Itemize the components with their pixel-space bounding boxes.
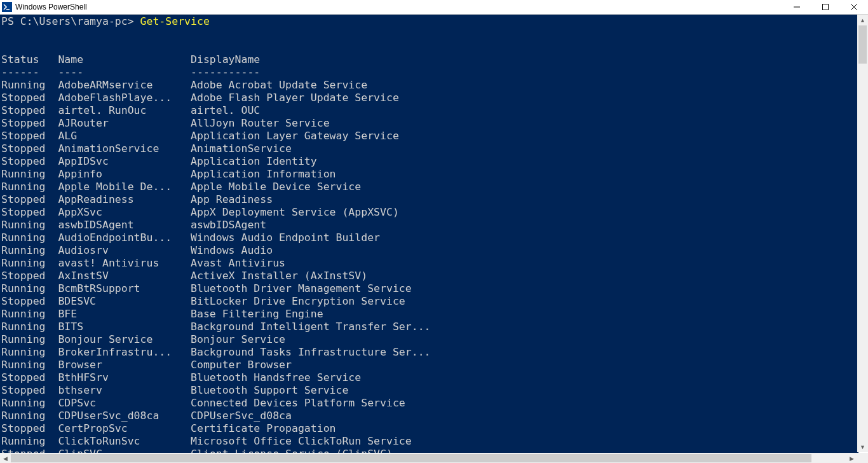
- service-row: Running Appinfo Application Information: [1, 168, 858, 181]
- horizontal-scrollbar[interactable]: ◀ ▶: [0, 453, 857, 463]
- service-row: Stopped AxInstSV ActiveX Installer (AxIn…: [1, 270, 858, 282]
- service-row: Running ClickToRunSvc Microsoft Office C…: [1, 435, 858, 448]
- service-row: Stopped AJRouter AllJoyn Router Service: [1, 117, 858, 130]
- vertical-scrollbar[interactable]: ▲ ▼: [857, 15, 868, 452]
- service-row: Running aswbIDSAgent aswbIDSAgent: [1, 219, 858, 232]
- service-row: Running BcmBtRSupport Bluetooth Driver M…: [1, 282, 858, 295]
- service-row: Stopped airtel. RunOuc airtel. OUC: [1, 104, 858, 117]
- service-row: Running Browser Computer Browser: [1, 359, 858, 371]
- maximize-button[interactable]: [811, 0, 839, 14]
- column-underline: ------ ---- -----------: [1, 66, 260, 78]
- svg-rect-3: [822, 4, 828, 10]
- command-text: Get-Service: [140, 15, 210, 27]
- scroll-down-button[interactable]: ▼: [857, 441, 868, 452]
- minimize-button[interactable]: [782, 0, 811, 14]
- service-row: Running BFE Base Filtering Engine: [1, 308, 858, 321]
- service-row: Stopped AnimationService AnimationServic…: [1, 142, 858, 155]
- service-row: Stopped bthserv Bluetooth Support Servic…: [1, 384, 858, 397]
- scrollbar-corner: [857, 453, 868, 463]
- service-row: Stopped BthHFSrv Bluetooth Handsfree Ser…: [1, 371, 858, 384]
- service-row: Stopped ClipSVC Client License Service (…: [1, 448, 858, 453]
- service-row: Running Audiosrv Windows Audio: [1, 244, 858, 257]
- service-row: Running BrokerInfrastru... Background Ta…: [1, 346, 858, 359]
- prompt-line: PS C:\Users\ramya-pc> Get-Service: [1, 15, 858, 28]
- window-titlebar[interactable]: Windows PowerShell: [0, 0, 868, 15]
- service-row: Stopped AppReadiness App Readiness: [1, 193, 858, 206]
- scroll-right-button[interactable]: ▶: [846, 453, 857, 463]
- scroll-left-button[interactable]: ◀: [0, 453, 11, 463]
- terminal-output[interactable]: PS C:\Users\ramya-pc> Get-Service Status…: [0, 15, 858, 453]
- service-row: Stopped CertPropSvc Certificate Propagat…: [1, 422, 858, 435]
- service-row: Running AdobeARMservice Adobe Acrobat Up…: [1, 79, 858, 92]
- service-row: Stopped AppIDSvc Application Identity: [1, 155, 858, 168]
- service-row: Running avast! Antivirus Avast Antivirus: [1, 257, 858, 270]
- column-headers: Status Name DisplayName: [1, 53, 260, 66]
- service-row: Stopped BDESVC BitLocker Drive Encryptio…: [1, 295, 858, 308]
- close-button[interactable]: [839, 0, 868, 14]
- vertical-scroll-thumb[interactable]: [858, 25, 867, 64]
- service-row: Running CDPUserSvc_d08ca CDPUserSvc_d08c…: [1, 410, 858, 422]
- prompt-text: PS C:\Users\ramya-pc>: [1, 15, 140, 27]
- service-row: Stopped ALG Application Layer Gateway Se…: [1, 130, 858, 142]
- service-row: Running BITS Background Intelligent Tran…: [1, 321, 858, 333]
- service-row: Stopped AdobeFlashPlaye... Adobe Flash P…: [1, 92, 858, 104]
- service-row: Running AudioEndpointBu... Windows Audio…: [1, 232, 858, 244]
- console-area: PS C:\Users\ramya-pc> Get-Service Status…: [0, 15, 868, 463]
- window-title: Windows PowerShell: [15, 3, 87, 11]
- powershell-icon: [2, 2, 12, 12]
- service-row: Running Bonjour Service Bonjour Service: [1, 333, 858, 346]
- service-row: Running Apple Mobile De... Apple Mobile …: [1, 181, 858, 193]
- horizontal-scroll-thumb[interactable]: [11, 454, 811, 462]
- service-row: Running CDPSvc Connected Devices Platfor…: [1, 397, 858, 410]
- scroll-up-button[interactable]: ▲: [857, 15, 868, 25]
- service-row: Stopped AppXSvc AppX Deployment Service …: [1, 206, 858, 219]
